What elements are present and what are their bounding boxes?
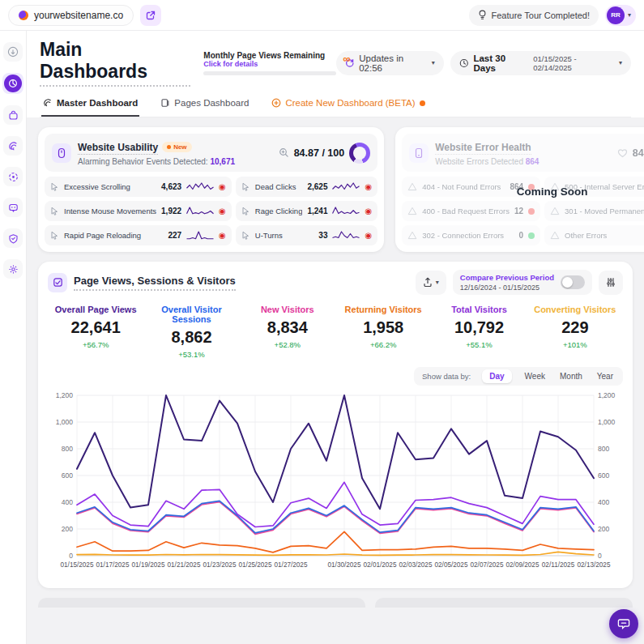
open-site-button[interactable]	[140, 5, 161, 26]
compare-toggle[interactable]	[561, 275, 585, 289]
granularity-week[interactable]: Week	[523, 369, 547, 383]
compare-dates: 12/16/2024 - 01/15/2025	[460, 284, 554, 292]
sidebar-item-feedback[interactable]	[3, 198, 23, 217]
warning-triangle-icon	[550, 231, 560, 240]
record-dot-icon[interactable]: ◉	[219, 207, 226, 215]
metric-value: 227	[168, 231, 181, 240]
sidebar-item-collapse[interactable]	[3, 42, 23, 62]
kpi-metric[interactable]: Returning Visitors1,958+66.2%	[335, 305, 431, 359]
export-button[interactable]: ▾	[416, 271, 446, 295]
svg-text:1,200: 1,200	[598, 391, 616, 399]
granularity-year[interactable]: Year	[595, 369, 615, 383]
tab-create-new-dashboard[interactable]: Create New Dashboard (BETA)	[270, 96, 426, 117]
page-title: Main Dashboards	[40, 39, 190, 87]
kpi-metric[interactable]: Total Visitors10,792+55.1%	[431, 305, 527, 359]
record-dot-icon[interactable]: ◉	[365, 207, 372, 215]
panel-title[interactable]: Page Views, Sessions & Visitors	[74, 275, 236, 291]
sparkline	[332, 207, 360, 216]
error-label: 302 - Connection Errors	[422, 231, 514, 240]
chevron-down-icon: ▾	[628, 11, 631, 19]
error-metric-cell: Other Errors0	[544, 225, 644, 245]
plus-circle-icon	[271, 98, 281, 108]
svg-text:600: 600	[62, 471, 73, 480]
shield-check-icon	[8, 233, 19, 244]
error-label: 400 - Bad Request Errors	[422, 207, 510, 215]
usability-metric-cell[interactable]: Intense Mouse Movements1,922◉	[45, 201, 232, 221]
svg-text:01/25/2025: 01/25/2025	[239, 561, 272, 569]
cursor-icon	[241, 182, 250, 192]
svg-text:800: 800	[598, 445, 609, 453]
lightbulb-icon	[478, 10, 487, 20]
sidebar-item-goals[interactable]	[3, 167, 23, 186]
support-chat-button[interactable]	[609, 609, 638, 638]
usability-metric-cell[interactable]: Rapid Page Reloading227◉	[45, 225, 232, 245]
error-health-icon	[409, 143, 429, 163]
usability-events-count: 10,671	[210, 157, 235, 166]
kpi-metric[interactable]: Converting Visitors229+101%	[527, 305, 623, 359]
chart-settings-button[interactable]	[599, 271, 623, 295]
svg-text:02/03/2025: 02/03/2025	[399, 561, 433, 569]
granularity-month[interactable]: Month	[558, 369, 584, 383]
sidebar-item-settings[interactable]	[3, 259, 23, 279]
external-link-icon	[146, 11, 156, 20]
kpi-label: Converting Visitors	[527, 305, 623, 314]
sparkline	[186, 182, 214, 192]
kpi-metric[interactable]: Overall Page Views22,641+56.7%	[48, 305, 143, 359]
dashboard-donut-icon	[4, 75, 22, 92]
usability-metric-cell[interactable]: Excessive Scrolling4,623◉	[45, 177, 232, 197]
sidebar-item-privacy[interactable]	[3, 228, 23, 248]
tab-master-dashboard[interactable]: Master Dashboard	[41, 96, 139, 117]
warning-triangle-icon	[550, 207, 560, 215]
kpi-metric[interactable]: Overall Visitor Sessions8,862+53.1%	[143, 305, 239, 359]
record-dot-icon[interactable]: ◉	[365, 183, 372, 191]
svg-text:02/09/2025: 02/09/2025	[506, 561, 540, 569]
site-favicon-icon	[19, 11, 28, 20]
series-returning-visitors	[77, 531, 594, 552]
chevron-down-icon: ▾	[432, 59, 435, 66]
sidebar-item-dashboards[interactable]	[2, 73, 23, 94]
export-icon	[423, 277, 433, 288]
metric-label: Excessive Scrolling	[64, 182, 156, 191]
site-url: yourwebsitename.co	[34, 10, 123, 21]
svg-text:600: 600	[598, 471, 609, 480]
svg-text:400: 400	[598, 498, 609, 506]
avatar: RR	[607, 6, 625, 24]
tab-pages-dashboard[interactable]: Pages Dashboard	[159, 96, 250, 117]
updates-timer-button[interactable]: Updates in 02:56 ▾	[336, 51, 444, 75]
errors-count: 864	[526, 157, 540, 166]
svg-text:02/07/2025: 02/07/2025	[471, 561, 504, 569]
next-card-stub	[375, 598, 633, 608]
sparkline	[186, 231, 214, 241]
site-url-field[interactable]: yourwebsitename.co	[8, 5, 134, 26]
metrics-row: Overall Page Views22,641+56.7%Overall Vi…	[48, 305, 623, 359]
error-value: 0	[519, 231, 524, 240]
granularity-day[interactable]: Day	[482, 369, 511, 383]
kpi-metric[interactable]: New Visitors8,834+52.8%	[240, 305, 335, 359]
cursor-icon	[50, 231, 59, 241]
monthly-progressbar	[203, 71, 335, 75]
usability-metric-cell[interactable]: Rage Clicking1,241◉	[236, 201, 377, 221]
monthly-pageviews-widget[interactable]: Monthly Page Views Remaining Click for d…	[203, 51, 335, 75]
kpi-value: 229	[527, 318, 623, 337]
date-range-button[interactable]: Last 30 Days 01/15/2025 - 02/14/2025 ▾	[450, 51, 631, 75]
series-total-visitors	[77, 482, 594, 527]
usability-metric-cell[interactable]: Dead Clicks2,625◉	[236, 177, 377, 197]
record-dot-icon[interactable]: ◉	[365, 232, 372, 240]
record-dot-icon[interactable]: ◉	[219, 232, 226, 240]
usability-metrics-grid: Excessive Scrolling4,623◉Dead Clicks2,62…	[45, 177, 377, 245]
line-chart[interactable]: 002002004004006006008008001,0001,0001,20…	[48, 389, 623, 580]
kpi-value: 8,834	[240, 318, 335, 337]
usability-score-donut	[349, 143, 370, 164]
svg-text:01/27/2025: 01/27/2025	[275, 561, 308, 569]
monthly-details-link[interactable]: Click for details	[203, 60, 335, 68]
sidebar-item-products[interactable]	[3, 105, 23, 125]
usability-title[interactable]: Website Usability	[78, 142, 158, 155]
svg-text:1,000: 1,000	[598, 418, 616, 426]
usability-metric-cell[interactable]: U-Turns33◉	[236, 225, 377, 245]
sidebar	[0, 31, 27, 644]
sidebar-item-recordings[interactable]	[3, 136, 23, 156]
cursor-icon	[50, 182, 59, 192]
record-dot-icon[interactable]: ◉	[219, 183, 226, 191]
user-menu[interactable]: RR ▾	[605, 5, 636, 26]
feature-tour-button[interactable]: Feature Tour Completed!	[469, 5, 599, 26]
